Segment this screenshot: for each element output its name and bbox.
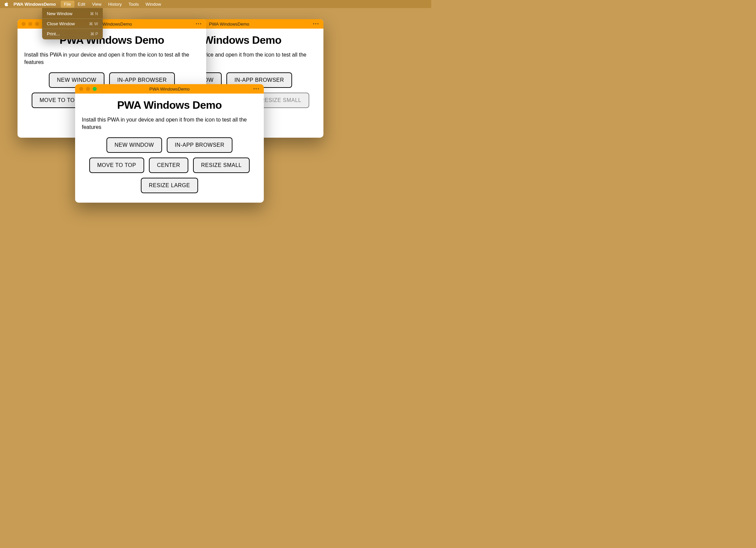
close-icon[interactable] (22, 22, 26, 26)
window-title: PWA WindowsDemo (75, 87, 264, 92)
page-description: Install this PWA in your device and open… (82, 116, 257, 131)
maximize-icon[interactable] (35, 22, 39, 26)
button-grid: NEW WINDOW IN-APP BROWSER MOVE TO TOP CE… (82, 137, 257, 193)
menubar-item-history[interactable]: History (105, 1, 125, 8)
menu-item-shortcut: ⌘ P (90, 32, 98, 36)
menu-item-shortcut: ⌘ W (89, 22, 98, 26)
more-icon[interactable]: ··· (196, 21, 202, 27)
window-titlebar[interactable]: PWA WindowsDemo ··· (75, 84, 264, 94)
more-icon[interactable]: ··· (313, 21, 319, 27)
page-description: Install this PWA in your device and open… (24, 51, 199, 66)
menu-item-label: Print… (47, 31, 60, 36)
apple-logo-icon[interactable] (4, 2, 9, 6)
menubar-item-edit[interactable]: Edit (74, 1, 89, 8)
minimize-icon[interactable] (86, 87, 90, 91)
menu-item-shortcut: ⌘ N (90, 11, 98, 16)
menu-separator (42, 19, 103, 19)
resize-large-button[interactable]: RESIZE LARGE (141, 178, 198, 193)
center-button[interactable]: CENTER (149, 158, 188, 173)
menu-item-label: New Window (47, 11, 72, 16)
app-window-3-active: PWA WindowsDemo ··· PWA Windows Demo Ins… (75, 84, 264, 203)
minimize-icon[interactable] (28, 22, 32, 26)
maximize-icon[interactable] (93, 87, 97, 91)
menubar-item-file[interactable]: File (61, 1, 74, 8)
menu-separator (42, 29, 103, 29)
new-window-button[interactable]: NEW WINDOW (106, 137, 162, 153)
close-icon[interactable] (79, 87, 83, 91)
traffic-lights (22, 22, 39, 26)
menubar: PWA WindowsDemo File Edit View History T… (0, 0, 431, 8)
menubar-item-tools[interactable]: Tools (125, 1, 142, 8)
menu-item-close-window[interactable]: Close Window ⌘ W (42, 20, 103, 28)
file-menu-dropdown: New Window ⌘ N Close Window ⌘ W Print… ⌘… (42, 8, 103, 39)
window-content: PWA Windows Demo Install this PWA in you… (75, 94, 264, 203)
menubar-item-window[interactable]: Window (142, 1, 164, 8)
more-icon[interactable]: ··· (253, 86, 260, 92)
menu-item-print[interactable]: Print… ⌘ P (42, 30, 103, 38)
move-to-top-button[interactable]: MOVE TO TOP (89, 158, 144, 173)
menubar-app-name[interactable]: PWA WindowsDemo (13, 2, 56, 7)
menu-item-new-window[interactable]: New Window ⌘ N (42, 9, 103, 18)
menu-item-label: Close Window (47, 21, 75, 26)
menubar-item-view[interactable]: View (89, 1, 105, 8)
resize-small-button[interactable]: RESIZE SMALL (193, 158, 250, 173)
page-title: PWA Windows Demo (82, 99, 257, 111)
traffic-lights (79, 87, 97, 91)
in-app-browser-button[interactable]: IN-APP BROWSER (167, 137, 232, 153)
